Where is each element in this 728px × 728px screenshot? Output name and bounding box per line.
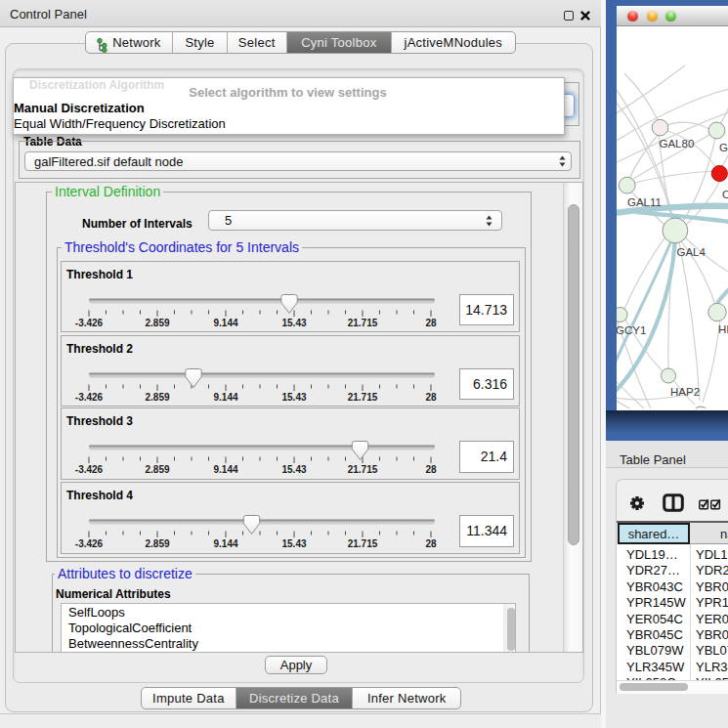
svg-text:CY: CY [722,189,728,200]
svg-text:HAP2: HAP2 [670,386,700,398]
svg-text:GAL80: GAL80 [660,138,695,150]
svg-text:GCY1: GCY1 [617,324,646,336]
svg-text:GAL8: GAL8 [719,142,728,153]
svg-text:HI: HI [718,323,728,335]
svg-text:GAL4: GAL4 [677,246,707,258]
svg-text:GAL11: GAL11 [627,196,662,208]
